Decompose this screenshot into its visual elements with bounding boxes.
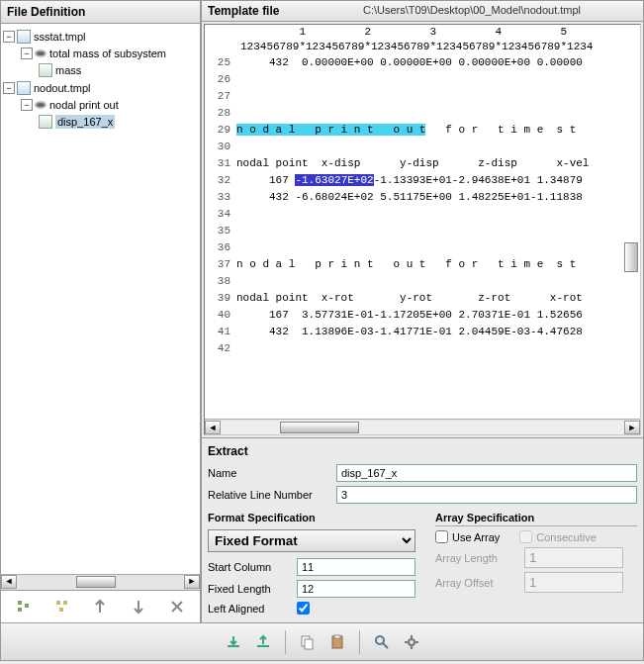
fixed-length-input[interactable]: [297, 580, 415, 598]
collapse-icon[interactable]: −: [21, 99, 33, 111]
use-array-checkbox[interactable]: [435, 530, 448, 543]
code-lines[interactable]: 432 0.00000E+00 0.00000E+00 0.00000E+00 …: [236, 54, 640, 419]
file-icon: [17, 30, 31, 44]
use-array-label: Use Array: [452, 531, 500, 543]
delete-icon[interactable]: [165, 595, 189, 618]
format-spec-box: Format Specification Fixed Format Start …: [208, 512, 415, 618]
svg-rect-9: [334, 635, 340, 638]
tool-export-icon[interactable]: [251, 630, 275, 654]
collapse-icon[interactable]: −: [3, 31, 15, 43]
relative-line-label: Relative Line Number: [208, 489, 336, 501]
svg-rect-5: [59, 608, 63, 612]
right-panel: Template file C:\Users\T09\Desktop\00_Mo…: [202, 1, 643, 622]
left-aligned-label: Left Aligned: [208, 603, 297, 615]
tree-node-totalmass[interactable]: −total mass of subsystem: [3, 46, 198, 61]
tree-action-3-icon[interactable]: [88, 595, 112, 618]
template-file-path: C:\Users\T09\Desktop\00_Model\nodout.tmp…: [307, 4, 637, 18]
svg-rect-1: [18, 608, 22, 612]
array-offset-input: [524, 572, 623, 593]
tree-action-1-icon[interactable]: [12, 595, 36, 618]
tool-search-icon[interactable]: [370, 630, 394, 654]
tree-node-nodalprint[interactable]: −nodal print out: [3, 97, 198, 113]
tree-node-nodout[interactable]: −nodout.tmpl: [3, 79, 198, 97]
tool-paste-icon[interactable]: [325, 630, 349, 654]
file-definition-panel: File Definition −ssstat.tmpl −total mass…: [1, 1, 202, 622]
scroll-left-icon[interactable]: ◄: [205, 421, 221, 434]
svg-rect-0: [18, 601, 22, 605]
consecutive-label: Consecutive: [536, 531, 597, 543]
tool-copy-icon[interactable]: [296, 630, 320, 654]
collapse-icon[interactable]: −: [21, 47, 33, 59]
file-tree: −ssstat.tmpl −total mass of subsystem ma…: [1, 24, 200, 574]
array-length-label: Array Length: [435, 552, 524, 564]
horizontal-scrollbar[interactable]: ◄ ►: [205, 419, 640, 434]
vertical-scroll-thumb[interactable]: [624, 242, 638, 272]
tool-settings-icon[interactable]: [400, 630, 423, 654]
doc-icon: [39, 63, 52, 77]
tree-toolbar: [1, 590, 200, 622]
svg-point-10: [376, 636, 384, 644]
name-input[interactable]: [336, 464, 637, 482]
tree-node-disp167x[interactable]: disp_167_x: [3, 113, 198, 131]
format-spec-title: Format Specification: [208, 512, 415, 525]
svg-point-11: [409, 639, 414, 645]
scroll-thumb[interactable]: [280, 422, 359, 433]
start-column-label: Start Column: [208, 561, 297, 573]
array-spec-box: Array Specification Use Array Consecutiv…: [435, 512, 637, 618]
array-length-input: [524, 547, 623, 568]
tree-node-mass[interactable]: mass: [3, 61, 198, 79]
left-scrollbar[interactable]: ◄ ►: [1, 574, 200, 590]
collapse-icon[interactable]: −: [3, 82, 15, 94]
array-offset-label: Array Offset: [435, 577, 524, 589]
doc-icon: [39, 115, 52, 129]
eye-icon: [35, 49, 46, 57]
consecutive-checkbox: [519, 530, 532, 543]
bottom-toolbar: [0, 623, 644, 661]
start-column-input[interactable]: [297, 558, 415, 576]
column-ruler-1: 1 2 3 4 5: [205, 25, 640, 40]
template-header: Template file C:\Users\T09\Desktop\00_Mo…: [202, 1, 643, 22]
tree-action-4-icon[interactable]: [127, 595, 150, 618]
line-gutter: 252627282930313233343536373839404142: [205, 54, 236, 419]
column-ruler-2: 123456789*123456789*123456789*123456789*…: [205, 40, 640, 54]
tree-node-ssstat[interactable]: −ssstat.tmpl: [3, 28, 198, 46]
svg-rect-3: [56, 601, 60, 605]
file-definition-header: File Definition: [1, 1, 200, 24]
svg-rect-4: [63, 601, 67, 605]
file-icon: [17, 81, 31, 95]
tool-import-icon[interactable]: [222, 630, 245, 654]
template-file-label: Template file: [208, 4, 307, 18]
eye-icon: [35, 101, 46, 109]
tree-action-2-icon[interactable]: [50, 595, 74, 618]
extract-header: Extract: [208, 442, 637, 464]
svg-rect-7: [305, 639, 313, 649]
relative-line-input[interactable]: [336, 486, 637, 504]
scroll-right-icon[interactable]: ►: [624, 421, 640, 434]
name-label: Name: [208, 467, 336, 479]
scroll-right-icon[interactable]: ►: [184, 575, 200, 589]
extract-panel: Extract Name Relative Line Number Format…: [202, 437, 643, 622]
code-area[interactable]: 1 2 3 4 5 123456789*123456789*123456789*…: [204, 24, 641, 435]
format-select[interactable]: Fixed Format: [208, 529, 415, 552]
fixed-length-label: Fixed Length: [208, 583, 297, 595]
left-aligned-checkbox[interactable]: [297, 602, 310, 615]
scroll-left-icon[interactable]: ◄: [1, 575, 17, 589]
scroll-thumb[interactable]: [76, 576, 116, 588]
svg-rect-2: [25, 604, 29, 608]
array-spec-title: Array Specification: [435, 512, 637, 526]
